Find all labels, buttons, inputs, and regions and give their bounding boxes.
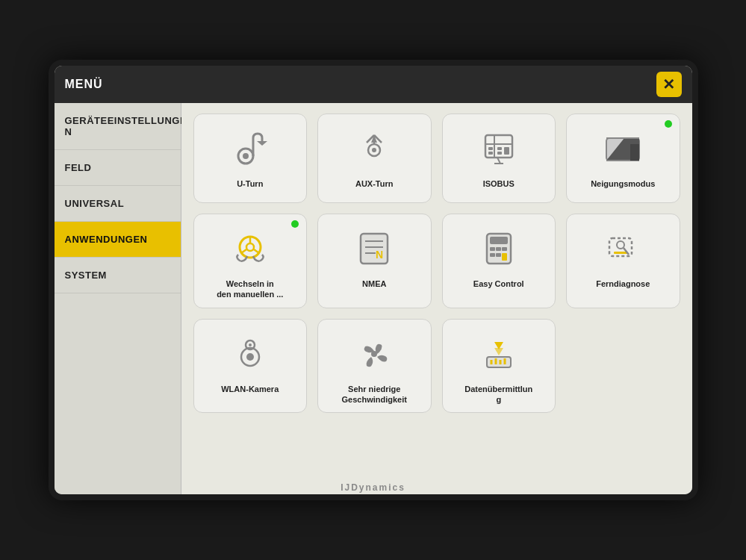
tile-aux-turn[interactable]: AUX-Turn (317, 113, 432, 203)
tile-neigung-label: Neigungsmodus (591, 178, 655, 189)
tile-u-turn[interactable]: U-Turn (193, 113, 308, 203)
nmea-icon: N (350, 225, 398, 273)
remote-icon (599, 225, 647, 273)
svg-point-49 (249, 343, 252, 346)
tile-isobus-label: ISOBUS (483, 178, 515, 189)
camera-icon (226, 330, 274, 378)
tile-u-turn-label: U-Turn (237, 178, 263, 189)
svg-rect-15 (497, 152, 502, 155)
header: MENÜ ✕ (55, 66, 692, 103)
tile-easy-control-label: Easy Control (473, 279, 524, 289)
svg-rect-39 (490, 253, 495, 257)
neigung-icon (599, 125, 647, 172)
u-turn-icon (226, 125, 274, 172)
tile-grid: U-Turn (193, 113, 680, 413)
data-icon (475, 330, 523, 378)
svg-marker-57 (494, 348, 503, 355)
screen: MENÜ ✕ GERÄTEEINSTELLUNGEN FELD UNIVERSA… (55, 66, 692, 494)
wechseln-status-dot (291, 220, 299, 228)
svg-rect-41 (502, 253, 507, 261)
tile-niedrige-geschw[interactable]: Sehr niedrigeGeschwindigkeit (317, 319, 432, 414)
svg-rect-40 (496, 253, 501, 257)
fan-icon (350, 330, 398, 378)
tile-niedrige-label: Sehr niedrigeGeschwindigkeit (342, 384, 407, 405)
sidebar-item-geraeteeinstellungen[interactable]: GERÄTEEINSTELLUNGEN (55, 103, 181, 150)
svg-rect-37 (496, 247, 501, 251)
sidebar-item-feld[interactable]: FELD (55, 150, 181, 186)
body: GERÄTEEINSTELLUNGEN FELD UNIVERSAL ANWEN… (55, 103, 692, 494)
svg-rect-38 (502, 247, 507, 251)
aux-turn-icon (350, 125, 398, 172)
main-content: U-Turn (181, 103, 692, 494)
svg-point-8 (372, 148, 376, 152)
svg-point-25 (246, 243, 254, 251)
tile-wechseln-label: Wechseln inden manuellen ... (217, 279, 283, 300)
svg-point-47 (246, 353, 254, 361)
svg-rect-13 (488, 152, 493, 155)
svg-rect-36 (490, 247, 495, 251)
svg-rect-29 (361, 234, 388, 264)
tile-nmea-label: NMEA (362, 279, 386, 289)
tile-easy-control[interactable]: Easy Control (442, 214, 556, 308)
sidebar-item-universal[interactable]: UNIVERSAL (55, 186, 181, 222)
svg-line-27 (241, 249, 246, 253)
svg-rect-16 (504, 147, 509, 155)
tile-aux-turn-label: AUX-Turn (355, 178, 394, 189)
svg-marker-1 (257, 141, 267, 146)
svg-point-2 (243, 153, 249, 159)
header-title: MENÜ (65, 78, 103, 91)
device-brand: IJDynamics (341, 482, 405, 493)
tile-ferndiagnose-label: Ferndiagnose (596, 279, 650, 289)
sidebar-item-system[interactable]: SYSTEM (55, 258, 181, 293)
steering-icon (226, 225, 274, 273)
svg-text:N: N (376, 249, 383, 261)
tile-nmea[interactable]: N NMEA (317, 214, 432, 308)
tile-datenuebermittlung[interactable]: Datenübermittlung (442, 319, 556, 414)
tile-wlan-kamera-label: WLAN-Kamera (221, 384, 279, 394)
svg-marker-23 (630, 144, 639, 161)
tile-ferndiagnose[interactable]: Ferndiagnose (566, 214, 680, 308)
neigung-status-dot (665, 120, 672, 128)
svg-line-28 (254, 249, 259, 253)
calculator-icon (475, 225, 523, 273)
sidebar: GERÄTEEINSTELLUNGEN FELD UNIVERSAL ANWEN… (55, 103, 181, 494)
tile-neigungsmodus[interactable]: Neigungsmodus (566, 113, 680, 203)
tile-wechseln[interactable]: Wechseln inden manuellen ... (193, 214, 308, 308)
tile-isobus[interactable]: ISOBUS (442, 113, 556, 203)
svg-rect-43 (614, 252, 627, 254)
sidebar-item-anwendungen[interactable]: ANWENDUNGEN (55, 222, 181, 258)
svg-point-44 (617, 241, 624, 249)
tile-datenuebermittlung-label: Datenübermittlung (464, 384, 532, 405)
svg-rect-35 (490, 237, 508, 244)
isobus-icon (475, 125, 523, 172)
device-frame: MENÜ ✕ GERÄTEEINSTELLUNGEN FELD UNIVERSA… (49, 60, 698, 500)
svg-rect-14 (497, 147, 502, 150)
svg-rect-12 (488, 147, 493, 150)
close-button[interactable]: ✕ (656, 72, 682, 97)
tile-wlan-kamera[interactable]: WLAN-Kamera (193, 319, 308, 414)
